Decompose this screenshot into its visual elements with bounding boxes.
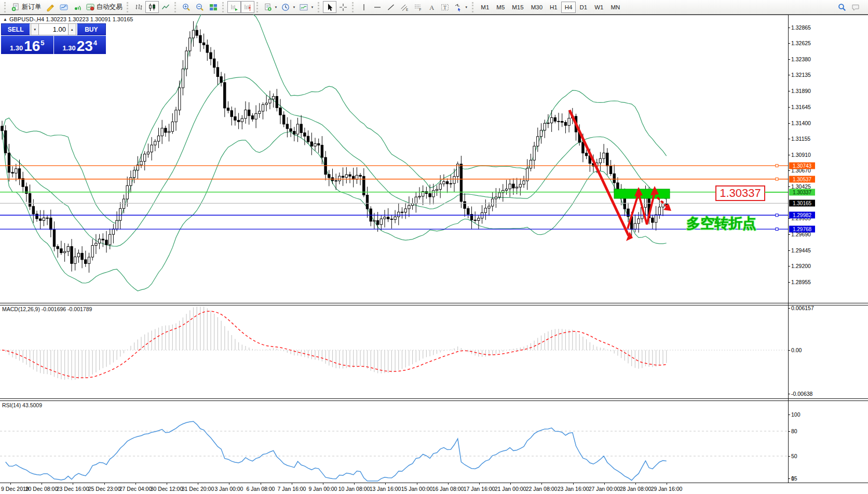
timeframe-H4[interactable]: H4: [561, 2, 576, 13]
auto-scroll-button[interactable]: [227, 1, 241, 13]
rsi-chart[interactable]: [0, 400, 788, 483]
ask-pip-digit: 4: [93, 39, 97, 47]
timeframe-D1[interactable]: D1: [576, 2, 591, 13]
time-tick: [385, 483, 386, 485]
buy-button[interactable]: BUY: [76, 23, 106, 35]
time-tick: [573, 483, 574, 485]
time-axis-label: 27 Jan 00:00: [589, 486, 620, 492]
volume-increase-button[interactable]: ▲: [68, 23, 76, 35]
price-tag: 1.29982: [789, 212, 815, 219]
time-axis-label: 22 Jan 08:00: [526, 486, 558, 492]
line-handle[interactable]: [776, 214, 778, 217]
tile-windows-button[interactable]: [207, 1, 220, 13]
macd-chart[interactable]: [0, 305, 788, 398]
styles-button[interactable]: [44, 1, 57, 13]
time-tick: [354, 483, 355, 485]
line-handle[interactable]: [776, 178, 778, 180]
price-tick: [788, 234, 790, 235]
ask-quote[interactable]: 1.30234: [54, 36, 106, 54]
timeframe-MN[interactable]: MN: [607, 2, 623, 13]
templates-button[interactable]: ▼: [262, 1, 280, 13]
rsi-tick: [788, 415, 790, 415]
time-axis[interactable]: 9 Dec 201920 Dec 08:0023 Dec 16:0025 Dec…: [0, 483, 868, 494]
price-callout-box[interactable]: 1.30337: [715, 185, 765, 201]
market-watch-button[interactable]: [57, 1, 71, 13]
search-icon[interactable]: [838, 3, 846, 11]
bid-pip-digit: 5: [40, 39, 44, 47]
zoom-in-button[interactable]: [180, 1, 193, 13]
price-tick-label: 1.32135: [791, 72, 811, 78]
timeframe-M5[interactable]: M5: [493, 2, 508, 13]
volume-decrease-button[interactable]: ▼: [31, 23, 39, 35]
chart-shift-icon: [243, 3, 252, 11]
text-label-button[interactable]: T: [438, 1, 452, 13]
time-tick: [479, 483, 480, 485]
sell-button[interactable]: SELL: [1, 23, 31, 35]
time-axis-label: 13 Jan 16:00: [370, 486, 401, 492]
indicator-list-icon: [300, 3, 308, 11]
vertical-line-icon: [360, 3, 368, 11]
chart-shift-button[interactable]: [241, 1, 254, 13]
time-axis-label: 17 Jan 16:00: [464, 486, 495, 492]
line-chart-button[interactable]: [159, 1, 172, 13]
chart-title-text: GBPUSD-,H4 1.30223 1.30223 1.30091 1.301…: [9, 16, 133, 22]
price-tick-label: 1.31400: [791, 120, 811, 126]
cursor-button[interactable]: [323, 1, 336, 13]
equidistant-channel-button[interactable]: E: [398, 1, 411, 13]
vertical-line-button[interactable]: [357, 1, 371, 13]
line-handle[interactable]: [776, 164, 778, 167]
chat-icon[interactable]: [851, 3, 860, 11]
autotrade-button[interactable]: 自动交易: [84, 1, 125, 13]
time-axis-label: 10 Jan 08:00: [338, 486, 370, 492]
bollinger-middle-band: [2, 77, 667, 246]
new-order-button[interactable]: 新订单: [9, 1, 44, 13]
timeframe-W1[interactable]: W1: [591, 2, 607, 13]
time-tick: [104, 483, 105, 485]
chevron-down-icon: ▼: [275, 6, 278, 9]
horizontal-line-button[interactable]: [371, 1, 384, 13]
trendline-button[interactable]: [384, 1, 398, 13]
crosshair-button[interactable]: [336, 1, 350, 13]
volume-input[interactable]: [39, 23, 68, 35]
signal-icon: [73, 3, 82, 11]
price-tag: 1.30337: [789, 189, 815, 196]
price-tag: 1.29768: [789, 226, 815, 233]
price-tick: [788, 59, 790, 60]
bid-quote[interactable]: 1.30165: [1, 36, 54, 54]
chart-panel[interactable]: 1.328651.326251.323801.321351.318901.316…: [0, 15, 868, 494]
price-axis-line: [788, 15, 789, 483]
turning-point-note[interactable]: 多空转折点: [686, 214, 756, 233]
timeframe-H1[interactable]: H1: [546, 2, 561, 13]
time-tick: [198, 483, 198, 485]
timeframe-M1[interactable]: M1: [477, 2, 493, 13]
zoom-out-button[interactable]: [193, 1, 207, 13]
crosshair-icon: [339, 3, 347, 11]
timeframe-M15[interactable]: M15: [508, 2, 527, 13]
price-tick-label: 1.31155: [791, 136, 810, 142]
price-tick-label: 1.29200: [791, 263, 811, 269]
autotrade-label: 自动交易: [97, 3, 123, 11]
collapse-triangle-icon[interactable]: ▲: [3, 17, 7, 22]
toolbar: 新订单 自动交易 ▼ ▼: [0, 0, 868, 15]
periods-button[interactable]: ▼: [279, 1, 297, 13]
time-axis-label: 28 Jan 08:00: [620, 486, 652, 492]
time-axis-label: 9 Jan 00:00: [309, 486, 337, 492]
zoom-in-icon: [182, 3, 191, 11]
time-tick: [510, 483, 511, 485]
candlestick-chart-button[interactable]: [145, 1, 159, 13]
line-handle[interactable]: [776, 228, 778, 231]
fibonacci-button[interactable]: F: [411, 1, 425, 13]
toolbar-grip: [318, 2, 321, 12]
price-tag: 1.30165: [789, 200, 815, 207]
price-tick: [788, 170, 790, 171]
macd-histogram: [2, 306, 667, 380]
timeframe-M30[interactable]: M30: [527, 2, 546, 13]
triangle-up-icon: ▲: [71, 28, 74, 31]
bar-chart-button[interactable]: [132, 1, 145, 13]
indicators-button[interactable]: ▼: [297, 1, 316, 13]
price-chart[interactable]: [0, 15, 788, 303]
signal-button[interactable]: [71, 1, 84, 13]
arrows-button[interactable]: ▼: [452, 1, 470, 13]
text-button[interactable]: A: [425, 1, 438, 13]
time-tick: [635, 483, 636, 485]
